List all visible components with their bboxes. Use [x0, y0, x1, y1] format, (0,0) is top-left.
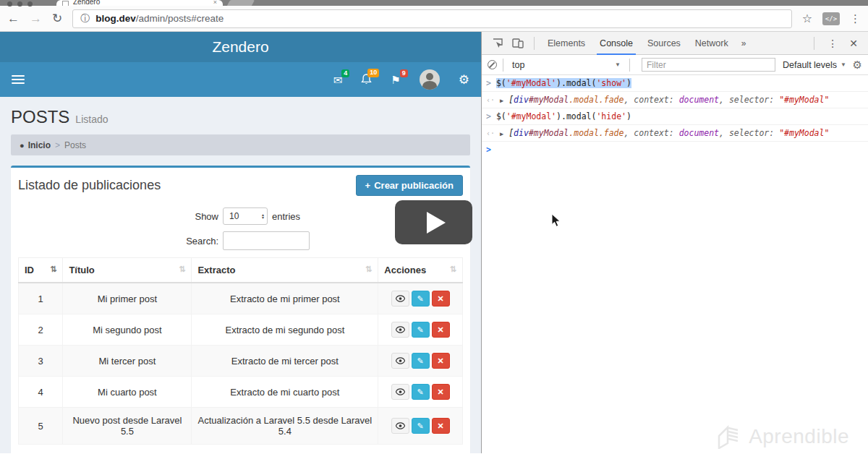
- messages-icon[interactable]: ✉ 4: [333, 74, 343, 85]
- pencil-icon: ✎: [417, 356, 424, 366]
- column-header-titulo[interactable]: Título⇅: [63, 258, 192, 283]
- sort-icon[interactable]: ⇅: [365, 265, 372, 274]
- pencil-icon: ✎: [417, 325, 424, 335]
- tab-console[interactable]: Console: [592, 32, 640, 55]
- view-button[interactable]: [391, 353, 409, 369]
- user-avatar[interactable]: [420, 69, 440, 90]
- view-button[interactable]: [391, 384, 409, 400]
- expand-triangle-icon[interactable]: ▶: [500, 130, 503, 137]
- edit-button[interactable]: ✎: [412, 384, 430, 400]
- column-header-id[interactable]: ID⇅: [19, 258, 63, 283]
- log-levels-select[interactable]: Default levels ▼: [783, 60, 846, 70]
- inspect-element-icon[interactable]: [488, 38, 508, 49]
- device-toolbar-icon[interactable]: [508, 38, 528, 48]
- flag-icon: ⚑: [391, 74, 400, 86]
- page-length-select[interactable]: 10 ▴▾: [223, 207, 268, 225]
- devtools-close-icon[interactable]: ✕: [845, 38, 862, 49]
- view-button[interactable]: [391, 291, 409, 307]
- watermark: Aprendible: [716, 424, 849, 449]
- tasks-icon[interactable]: ⚑ 9: [391, 74, 400, 85]
- clear-console-icon[interactable]: [488, 60, 497, 69]
- app-logo[interactable]: Zendero: [212, 38, 268, 56]
- prompt-chevron-icon: >: [486, 145, 491, 155]
- console-command: $('#myModal').modal('hide'): [496, 111, 631, 121]
- close-icon: ✕: [438, 294, 444, 304]
- tab-elements[interactable]: Elements: [540, 32, 592, 55]
- result-arrow-icon: ‹·: [486, 129, 495, 137]
- delete-button[interactable]: ✕: [432, 291, 450, 307]
- close-icon: ✕: [438, 387, 444, 397]
- extension-icon[interactable]: </>: [822, 12, 840, 25]
- reload-icon[interactable]: ↻: [52, 11, 62, 26]
- watermark-text: Aprendible: [749, 425, 849, 448]
- view-button[interactable]: [391, 418, 409, 434]
- new-tab-button[interactable]: [227, 0, 255, 6]
- forward-icon[interactable]: →: [30, 12, 42, 26]
- delete-button[interactable]: ✕: [432, 322, 450, 338]
- breadcrumb-home-link[interactable]: ● Inicio: [20, 140, 51, 150]
- column-header-acciones[interactable]: Acciones⇅: [378, 258, 463, 283]
- close-icon: ✕: [438, 421, 444, 431]
- tab-network[interactable]: Network: [688, 32, 736, 55]
- console-filter-input[interactable]: [642, 58, 775, 72]
- search-input[interactable]: [223, 231, 310, 250]
- browser-tab[interactable]: Zendero ×: [56, 0, 223, 6]
- create-post-button[interactable]: + Crear publicación: [356, 175, 463, 196]
- app-content: POSTS Listado ● Inicio > Posts Listado d…: [0, 97, 481, 453]
- sort-icon[interactable]: ⇅: [179, 265, 185, 274]
- browser-menu-icon[interactable]: ⋮: [850, 12, 861, 25]
- page-length-value: 10: [229, 211, 239, 221]
- chevron-down-icon: ▼: [841, 61, 846, 68]
- console-prompt-line[interactable]: >: [482, 142, 868, 158]
- settings-gear-icon[interactable]: ⚙: [459, 72, 469, 87]
- pencil-icon: ✎: [417, 421, 424, 431]
- app-navbar: ✉ 4 10 ⚑ 9 ⚙: [0, 62, 481, 97]
- breadcrumb-current: Posts: [64, 140, 86, 150]
- app-page: Zendero ✉ 4 10 ⚑ 9: [0, 32, 481, 453]
- favicon: [62, 1, 69, 6]
- breadcrumb: ● Inicio > Posts: [11, 134, 470, 155]
- breadcrumb-separator: >: [55, 140, 60, 150]
- video-play-overlay[interactable]: [395, 200, 472, 244]
- devtools-menu-icon[interactable]: ⋮: [823, 38, 842, 49]
- entries-label: entries: [272, 211, 300, 222]
- cell-titulo: Mi segundo post: [63, 314, 192, 346]
- console-result-line: ‹· ▶ [div#myModal.modal.fade, context: d…: [482, 92, 868, 108]
- context-value: top: [512, 60, 524, 70]
- sort-icon[interactable]: ⇅: [450, 265, 456, 274]
- back-icon[interactable]: ←: [7, 12, 20, 26]
- bookmark-star-icon[interactable]: ☆: [802, 12, 812, 25]
- expand-triangle-icon[interactable]: ▶: [500, 97, 503, 104]
- edit-button[interactable]: ✎: [412, 418, 430, 434]
- execution-context-select[interactable]: top ▼: [509, 60, 624, 70]
- app-logo-bar: Zendero: [0, 32, 481, 62]
- more-tabs-icon[interactable]: »: [736, 38, 752, 48]
- play-icon: [427, 212, 446, 234]
- posts-table: ID⇅ Título⇅ Extracto⇅ Acciones⇅ 1 Mi pri…: [18, 257, 463, 445]
- screen: Zendero × ← → ↻ ⓘ blog.dev/admin/posts#c…: [0, 0, 868, 454]
- sort-icon[interactable]: ⇅: [50, 265, 56, 274]
- edit-button[interactable]: ✎: [412, 353, 430, 369]
- console-settings-icon[interactable]: ⚙: [853, 59, 862, 72]
- window-controls[interactable]: [7, 1, 33, 7]
- create-post-label: Crear publicación: [374, 180, 454, 191]
- page-subtitle: Listado: [75, 113, 108, 125]
- notifications-icon[interactable]: 10: [361, 74, 372, 85]
- tab-sources[interactable]: Sources: [640, 32, 688, 55]
- table-row: 1 Mi primer post Extracto de mi primer p…: [19, 283, 463, 314]
- delete-button[interactable]: ✕: [432, 384, 450, 400]
- column-header-extracto[interactable]: Extracto⇅: [192, 258, 378, 283]
- tab-close-icon[interactable]: ×: [213, 0, 217, 6]
- edit-button[interactable]: ✎: [412, 291, 430, 307]
- browser-tab-strip: Zendero ×: [0, 0, 868, 6]
- pencil-icon: ✎: [417, 294, 424, 304]
- console-messages[interactable]: > $('#myModal').modal('show') ‹· ▶ [div#…: [482, 75, 868, 453]
- page-info-icon[interactable]: ⓘ: [80, 12, 90, 25]
- edit-button[interactable]: ✎: [412, 322, 430, 338]
- sidebar-toggle-icon[interactable]: [12, 75, 25, 84]
- address-bar[interactable]: ⓘ blog.dev/admin/posts#create: [72, 9, 791, 28]
- delete-button[interactable]: ✕: [432, 418, 450, 434]
- view-button[interactable]: [391, 322, 409, 338]
- cell-titulo: Nuevo post desde Laravel 5.5: [63, 408, 192, 445]
- delete-button[interactable]: ✕: [432, 353, 450, 369]
